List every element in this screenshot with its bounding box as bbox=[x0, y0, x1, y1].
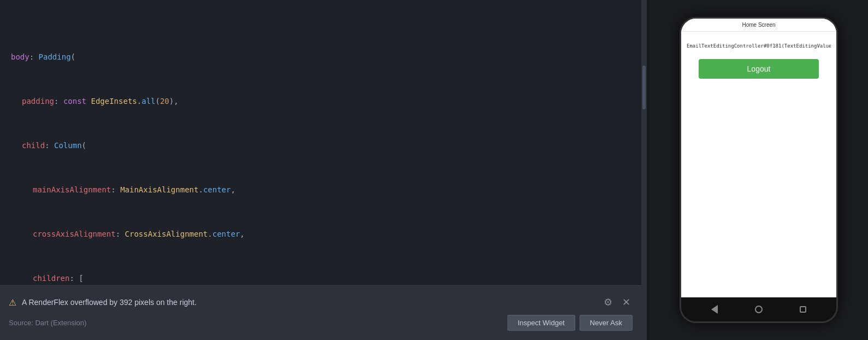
recents-button[interactable] bbox=[797, 303, 809, 315]
phone-screen: Home Screen EmailTextEditingController#0… bbox=[681, 19, 836, 297]
back-button[interactable] bbox=[708, 303, 721, 315]
code-line-4: mainAxisAlignment: MainAxisAlignment.cen… bbox=[0, 183, 647, 197]
never-ask-button[interactable]: Never Ask bbox=[580, 315, 633, 331]
recents-square-icon bbox=[800, 306, 806, 313]
notification-message: ⚠ A RenderFlex overflowed by 392 pixels … bbox=[9, 297, 197, 308]
code-line-6: children: [ bbox=[0, 271, 647, 286]
gear-button[interactable]: ⚙ bbox=[601, 295, 615, 309]
logout-button[interactable]: Logout bbox=[699, 59, 819, 79]
code-line-2: padding: const EdgeInsets.all(20), bbox=[0, 94, 647, 109]
phone-navbar bbox=[681, 297, 836, 321]
inspect-widget-button[interactable]: Inspect Widget bbox=[507, 315, 575, 331]
editor-scrollbar[interactable] bbox=[641, 0, 647, 340]
notification-text: A RenderFlex overflowed by 392 pixels on… bbox=[22, 298, 197, 307]
action-buttons: Inspect Widget Never Ask bbox=[507, 315, 633, 331]
close-button[interactable]: ✕ bbox=[620, 295, 633, 309]
notification-bar: ⚠ A RenderFlex overflowed by 392 pixels … bbox=[0, 285, 641, 340]
code-line-1: body: Padding( bbox=[0, 50, 647, 65]
notification-bottom-row: Source: Dart (Extension) Inspect Widget … bbox=[0, 314, 641, 335]
notification-top-row: ⚠ A RenderFlex overflowed by 392 pixels … bbox=[0, 291, 641, 314]
home-circle-icon bbox=[755, 306, 763, 313]
phone-screen-content: EmailTextEditingController#0f181(TextEdi… bbox=[681, 32, 836, 297]
source-text: Source: Dart (Extension) bbox=[9, 319, 86, 327]
code-line-5: crossAxisAlignment: CrossAxisAlignment.c… bbox=[0, 227, 647, 242]
notification-actions: ⚙ ✕ bbox=[601, 295, 633, 309]
phone-wrapper: Samsung Galaxy Note9 Home Screen EmailTe… bbox=[680, 17, 838, 323]
home-screen-title: Home Screen bbox=[742, 22, 775, 28]
home-button[interactable] bbox=[753, 303, 765, 315]
email-row: EmailTextEditingController#0f181(TextEdi… bbox=[687, 43, 831, 49]
phone-frame: Home Screen EmailTextEditingController#0… bbox=[680, 17, 838, 323]
phone-status-bar: Home Screen bbox=[681, 19, 836, 32]
email-text: EmailTextEditingController#0f181(TextEdi… bbox=[687, 43, 831, 49]
warning-icon: ⚠ bbox=[9, 297, 16, 308]
scrollbar-thumb bbox=[642, 66, 646, 109]
code-line-3: child: Column( bbox=[0, 138, 647, 153]
back-triangle-icon bbox=[711, 305, 718, 314]
code-editor[interactable]: body: Padding( padding: const EdgeInsets… bbox=[0, 0, 647, 340]
device-panel: Samsung Galaxy Note9 Home Screen EmailTe… bbox=[649, 0, 868, 340]
